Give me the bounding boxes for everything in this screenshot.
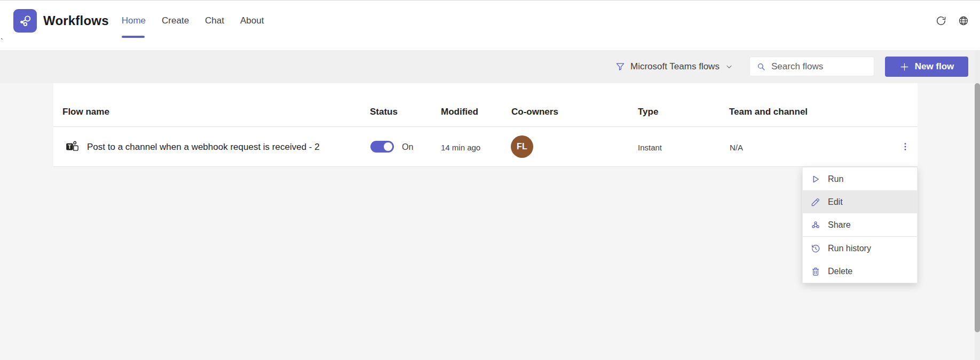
new-flow-label: New flow	[915, 61, 954, 72]
nav-tab-create[interactable]: Create	[162, 15, 189, 26]
workflows-app-screen: Workflows Home Create Chat About	[0, 0, 980, 360]
row-context-menu: Run Edit Share	[802, 167, 918, 283]
flow-type-filter-dropdown[interactable]: Microsoft Teams flows	[615, 50, 733, 83]
primary-nav: Home Create Chat About	[122, 15, 264, 26]
funnel-icon	[615, 61, 626, 72]
top-app-bar: Workflows Home Create Chat About	[0, 1, 980, 50]
column-header-flow-name: Flow name	[62, 107, 109, 117]
status-label: On	[402, 142, 413, 152]
nav-tab-chat[interactable]: Chat	[205, 15, 224, 26]
filter-label: Microsoft Teams flows	[630, 61, 720, 72]
toggle-knob	[384, 142, 392, 151]
history-icon	[810, 243, 821, 254]
nav-tab-home[interactable]: Home	[122, 15, 146, 26]
column-header-co-owners: Co-owners	[511, 107, 558, 117]
menu-item-label: Run history	[828, 244, 871, 253]
play-icon	[810, 173, 821, 185]
share-icon	[810, 219, 821, 231]
menu-item-label: Run	[828, 174, 843, 184]
table-row[interactable]: T Post to a channel when a webhook reque…	[53, 126, 918, 167]
column-header-modified: Modified	[441, 107, 478, 117]
menu-item-label: Edit	[828, 197, 843, 207]
stray-glyph: `	[1, 37, 3, 46]
search-input[interactable]	[770, 61, 863, 73]
modified-value: 14 min ago	[441, 143, 480, 152]
chevron-down-icon	[725, 63, 733, 70]
status-toggle[interactable]	[370, 141, 394, 153]
menu-item-run-history[interactable]: Run history	[803, 237, 917, 260]
search-flows-box	[749, 57, 874, 76]
topbar-actions	[933, 13, 971, 29]
more-vertical-icon[interactable]	[897, 138, 914, 155]
flows-toolbar: Microsoft Teams flows	[0, 50, 980, 83]
menu-item-run[interactable]: Run	[803, 167, 917, 190]
trash-icon	[810, 266, 821, 277]
row-divider	[53, 166, 918, 167]
pencil-icon	[810, 196, 821, 208]
type-value: Instant	[638, 143, 662, 152]
app-title: Workflows	[43, 13, 109, 28]
new-flow-button[interactable]: New flow	[885, 57, 968, 77]
co-owner-avatar[interactable]: FL	[511, 135, 533, 158]
teams-icon: T	[65, 140, 79, 154]
column-header-team-and-channel: Team and channel	[729, 107, 808, 117]
refresh-icon[interactable]	[933, 13, 949, 29]
menu-item-delete[interactable]: Delete	[803, 260, 917, 283]
menu-item-edit[interactable]: Edit	[803, 190, 917, 213]
menu-item-label: Share	[828, 220, 851, 230]
plus-icon	[899, 62, 910, 72]
column-header-status: Status	[370, 107, 398, 117]
globe-icon[interactable]	[955, 13, 971, 29]
nav-tab-about[interactable]: About	[240, 15, 264, 26]
menu-item-share[interactable]: Share	[803, 213, 917, 236]
scrollbar-thumb[interactable]	[975, 83, 980, 332]
menu-item-label: Delete	[828, 267, 852, 276]
column-header-type: Type	[638, 107, 658, 117]
flows-table: Flow name Status Modified Co-owners Type…	[53, 83, 918, 167]
workflows-logo-icon	[13, 9, 37, 33]
svg-text:T: T	[68, 144, 72, 150]
flow-name[interactable]: Post to a channel when a webhook request…	[87, 142, 320, 153]
team-channel-value: N/A	[730, 143, 743, 152]
magnifier-icon	[756, 62, 766, 71]
